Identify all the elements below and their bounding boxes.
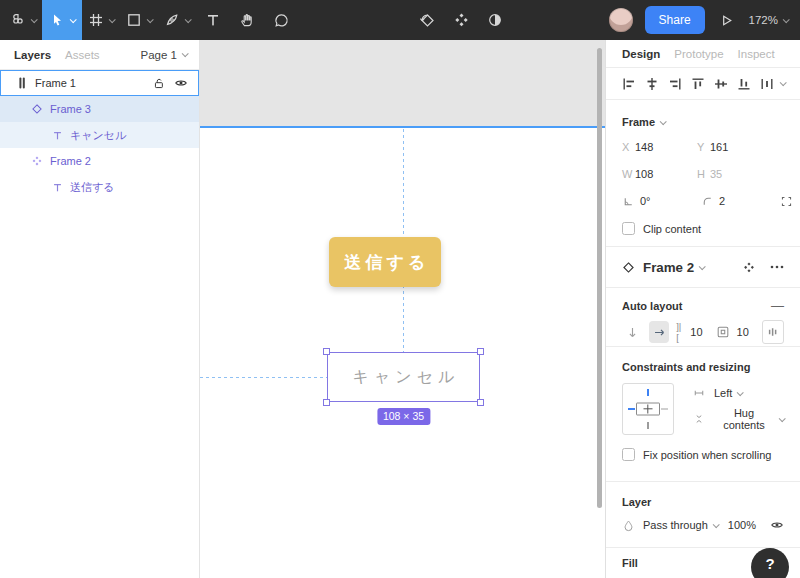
move-tool-button[interactable] (42, 0, 82, 40)
clip-content-label: Clip content (643, 223, 701, 235)
distribute-button[interactable] (757, 74, 787, 94)
remove-auto-layout-button[interactable]: — (771, 302, 784, 310)
selection-size-badge: 108 × 35 (377, 408, 430, 425)
canvas-scrollbar[interactable] (597, 48, 602, 508)
tab-design[interactable]: Design (622, 48, 660, 60)
selection-handle-top-right[interactable] (477, 348, 484, 355)
layer-visibility-button[interactable] (770, 518, 784, 532)
selection-handle-bottom-right[interactable] (477, 399, 484, 406)
align-left-button[interactable] (619, 74, 639, 94)
share-button[interactable]: Share (645, 6, 705, 34)
vertical-resizing-dropdown[interactable]: Hug contents (692, 407, 784, 431)
instance-selector[interactable]: Frame 2 (635, 260, 704, 275)
x-input[interactable]: 148 (635, 141, 697, 153)
play-icon (719, 13, 734, 28)
page-selector[interactable]: Page 1 (141, 49, 187, 61)
tab-assets[interactable]: Assets (65, 49, 100, 61)
figma-app: Share 172% Layers Assets Page 1 Frame 1 (0, 0, 800, 578)
help-button[interactable]: ? (751, 548, 789, 578)
selection-handle-bottom-left[interactable] (323, 399, 330, 406)
create-component-button[interactable] (444, 0, 478, 40)
comment-tool-button[interactable] (264, 0, 298, 40)
layer-row-frame1[interactable]: Frame 1 (0, 70, 199, 96)
zoom-level-control[interactable]: 172% (749, 14, 788, 26)
present-button[interactable] (717, 0, 737, 40)
layer-row-submit-text[interactable]: 送信する (0, 174, 199, 200)
constraint-top-tick (647, 389, 649, 396)
horizontal-resize-icon (692, 387, 706, 399)
chevron-down-icon (31, 16, 38, 23)
horizontal-constraint-dropdown[interactable]: Left (692, 387, 784, 399)
chevron-down-icon (699, 263, 706, 270)
padding-input[interactable]: 10 (737, 326, 755, 338)
visibility-eye-icon[interactable] (174, 76, 188, 90)
layer-name: Frame 2 (50, 155, 91, 167)
height-input[interactable]: 35 (710, 168, 772, 180)
canvas-submit-button[interactable]: 送信する (329, 237, 441, 287)
inspector-tabs: Design Prototype Inspect (606, 40, 800, 68)
y-input[interactable]: 161 (710, 141, 772, 153)
constraints-section: Constraints and resizing Left (606, 347, 800, 482)
constraints-widget[interactable] (622, 383, 674, 435)
canvas[interactable]: 送信する キャンセル 108 × 35 (200, 40, 605, 578)
shape-tool-button[interactable] (120, 0, 158, 40)
constraint-left-tick (628, 408, 635, 410)
clip-content-row[interactable]: Clip content (622, 222, 784, 235)
selected-cancel-frame[interactable]: キャンセル 108 × 35 (327, 352, 480, 402)
align-vertical-centers-button[interactable] (711, 74, 731, 94)
align-bottom-button[interactable] (734, 74, 754, 94)
user-avatar[interactable] (609, 8, 633, 32)
blend-mode-dropdown[interactable]: Pass through (643, 519, 718, 531)
swap-instance-button[interactable] (742, 261, 756, 274)
fix-position-label: Fix position when scrolling (643, 449, 771, 461)
instance-diamond-icon (622, 261, 635, 274)
pen-tool-button[interactable] (158, 0, 196, 40)
chevron-down-icon (147, 16, 154, 23)
move-cursor-icon (49, 12, 65, 28)
fill-section-title: Fill (622, 557, 638, 569)
align-horizontal-centers-button[interactable] (642, 74, 662, 94)
auto-layout-title: Auto layout (622, 300, 683, 312)
opacity-input[interactable]: 100% (728, 519, 756, 531)
unlock-icon[interactable] (153, 77, 166, 90)
layer-name: Frame 1 (35, 77, 76, 89)
rotation-input[interactable]: 0° (640, 195, 651, 207)
fix-position-row[interactable]: Fix position when scrolling (622, 448, 784, 461)
corner-radius-input[interactable]: 2 (719, 195, 725, 207)
independent-corners-button[interactable] (780, 195, 793, 208)
inspector-panel: Design Prototype Inspect Frame X 148 Y 1… (605, 40, 800, 578)
hand-tool-icon (239, 12, 255, 28)
figma-logo-icon (10, 12, 26, 28)
layer-row-frame3[interactable]: Frame 3 (0, 96, 199, 122)
tab-layers[interactable]: Layers (14, 49, 51, 61)
fix-position-checkbox[interactable] (622, 448, 635, 461)
tab-inspect[interactable]: Inspect (738, 48, 775, 60)
more-options-button[interactable] (770, 265, 784, 269)
tab-prototype[interactable]: Prototype (674, 48, 723, 60)
padding-icon (716, 325, 730, 339)
text-tool-button[interactable] (196, 0, 230, 40)
selection-handle-top-left[interactable] (323, 348, 330, 355)
align-top-button[interactable] (688, 74, 708, 94)
edit-object-button[interactable] (410, 0, 444, 40)
frame-tool-button[interactable] (82, 0, 120, 40)
clip-content-checkbox[interactable] (622, 222, 635, 235)
auto-layout-alignment-button[interactable] (762, 320, 784, 344)
pen-tool-icon (164, 12, 180, 28)
width-input[interactable]: 108 (635, 168, 697, 180)
direction-vertical-button[interactable] (622, 321, 642, 343)
direction-horizontal-button[interactable] (649, 321, 669, 343)
chevron-down-icon[interactable] (660, 118, 667, 125)
layer-row-frame2[interactable]: Frame 2 (0, 148, 199, 174)
align-right-button[interactable] (665, 74, 685, 94)
mask-button[interactable] (478, 0, 512, 40)
corner-radius-icon (701, 195, 715, 208)
chevron-down-icon (780, 79, 787, 86)
item-spacing-input[interactable]: 10 (690, 326, 708, 338)
submit-button-label: 送信する (341, 251, 430, 274)
layer-row-cancel-text[interactable]: キャンセル (0, 122, 199, 148)
main-menu-button[interactable] (4, 0, 42, 40)
canvas-cancel-button[interactable]: キャンセル (327, 352, 480, 402)
hand-tool-button[interactable] (230, 0, 264, 40)
layer-name: 送信する (70, 180, 115, 195)
